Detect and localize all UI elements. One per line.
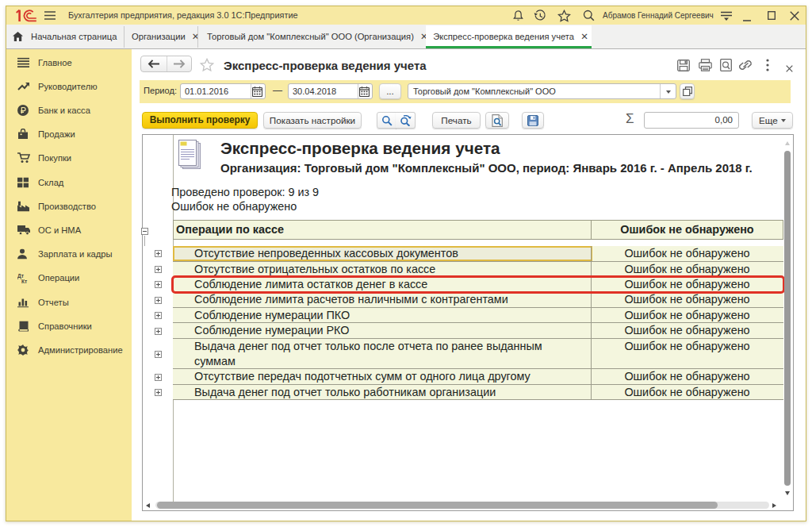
svg-text:Кт: Кт: [21, 279, 27, 284]
